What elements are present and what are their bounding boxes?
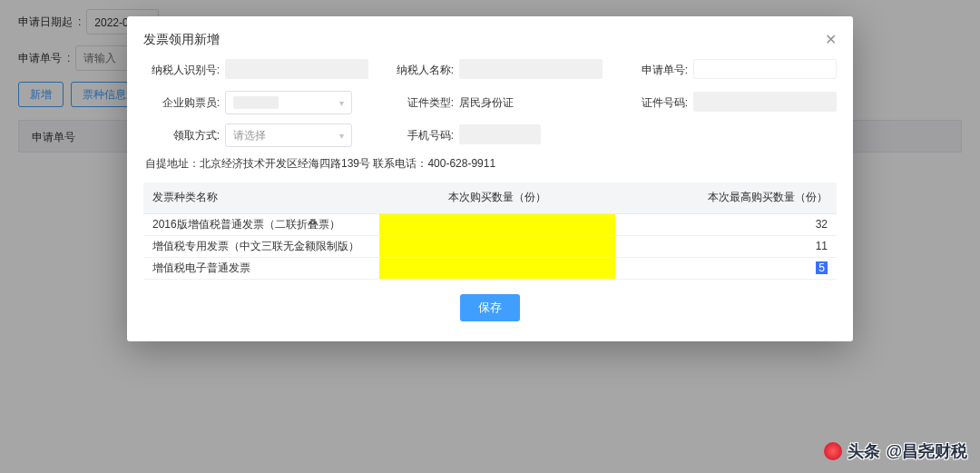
field-taxpayer-name: 纳税人名称 bbox=[377, 59, 603, 82]
cell-quantity[interactable] bbox=[379, 257, 615, 279]
buyer-value bbox=[233, 96, 279, 109]
dialog-header: 发票领用新增 ✕ bbox=[143, 31, 837, 48]
cell-invoice-type: 增值税电子普通发票 bbox=[143, 257, 379, 279]
table-row: 2016版增值税普通发票（二联折叠票）32 bbox=[143, 213, 837, 235]
field-apply-no: 申请单号 bbox=[612, 59, 837, 82]
table-row: 增值税专用发票（中文三联无金额限制版）11 bbox=[143, 235, 837, 257]
label-taxpayer-name: 纳税人名称 bbox=[377, 63, 454, 78]
label-phone: 手机号码 bbox=[377, 128, 454, 143]
field-buyer: 企业购票员 ▾ bbox=[143, 91, 368, 114]
collect-placeholder: 请选择 bbox=[233, 128, 266, 143]
label-collect-method: 领取方式 bbox=[143, 128, 220, 143]
pickup-address: 北京经济技术开发区经海四路139号 bbox=[200, 157, 370, 170]
col-quantity: 本次购买数量（份） bbox=[379, 182, 615, 213]
col-invoice-type: 发票种类名称 bbox=[143, 182, 379, 213]
pickup-prefix: 自提地址： bbox=[145, 157, 200, 170]
invoice-add-dialog: 发票领用新增 ✕ 纳税人识别号 纳税人名称 申请单号 企业购票员 ▾ 证件类型 bbox=[127, 16, 853, 341]
field-id-no: 证件号码 bbox=[612, 91, 837, 114]
cell-max-quantity: 5 bbox=[615, 257, 837, 279]
value-taxpayer-name bbox=[459, 59, 603, 79]
table-head-row: 发票种类名称 本次购买数量（份） 本次最高购买数量（份） bbox=[143, 182, 837, 213]
watermark-handle: @昌尧财税 bbox=[886, 440, 967, 462]
field-collect-method: 领取方式 请选择 ▾ bbox=[143, 123, 368, 147]
value-phone bbox=[459, 124, 541, 144]
field-id-type: 证件类型 居民身份证 bbox=[377, 91, 603, 114]
buyer-select[interactable]: ▾ bbox=[225, 91, 352, 114]
chevron-down-icon: ▾ bbox=[339, 98, 344, 108]
cell-quantity[interactable] bbox=[379, 235, 615, 257]
pickup-info: 自提地址：北京经济技术开发区经海四路139号 联系电话：400-628-9911 bbox=[145, 156, 837, 172]
watermark-prefix: 头条 bbox=[848, 440, 880, 462]
value-id-type: 居民身份证 bbox=[459, 95, 603, 111]
col-max-quantity: 本次最高购买数量（份） bbox=[615, 182, 837, 213]
cell-max-quantity: 11 bbox=[615, 235, 837, 257]
pickup-contact: 400-628-9911 bbox=[427, 157, 495, 170]
dialog-form: 纳税人识别号 纳税人名称 申请单号 企业购票员 ▾ 证件类型 居民身份证 证件 bbox=[143, 59, 837, 147]
label-id-type: 证件类型 bbox=[377, 95, 454, 111]
label-buyer: 企业购票员 bbox=[143, 95, 220, 111]
close-icon[interactable]: ✕ bbox=[825, 31, 837, 48]
cell-invoice-type: 增值税专用发票（中文三联无金额限制版） bbox=[143, 235, 379, 257]
label-id-no: 证件号码 bbox=[612, 95, 688, 111]
collect-method-select[interactable]: 请选择 ▾ bbox=[225, 123, 352, 147]
watermark: 头条 @昌尧财税 bbox=[824, 440, 967, 462]
value-taxpayer-id bbox=[225, 59, 368, 79]
value-apply-no bbox=[693, 59, 837, 79]
cell-invoice-type: 2016版增值税普通发票（二联折叠票） bbox=[143, 213, 379, 235]
cell-max-quantity: 32 bbox=[615, 213, 837, 235]
label-taxpayer-id: 纳税人识别号 bbox=[143, 63, 220, 78]
table-row: 增值税电子普通发票5 bbox=[143, 257, 837, 279]
watermark-badge-icon bbox=[824, 442, 842, 460]
chevron-down-icon: ▾ bbox=[339, 131, 344, 141]
dialog-title: 发票领用新增 bbox=[143, 32, 220, 48]
invoice-type-table: 发票种类名称 本次购买数量（份） 本次最高购买数量（份） 2016版增值税普通发… bbox=[143, 182, 837, 280]
label-apply-no: 申请单号 bbox=[612, 63, 688, 78]
cell-quantity[interactable] bbox=[379, 213, 615, 235]
pickup-contact-prefix: 联系电话： bbox=[370, 157, 427, 170]
field-taxpayer-id: 纳税人识别号 bbox=[143, 59, 368, 82]
save-button[interactable]: 保存 bbox=[460, 294, 520, 321]
field-phone: 手机号码 bbox=[377, 123, 603, 147]
value-id-no bbox=[693, 92, 837, 112]
